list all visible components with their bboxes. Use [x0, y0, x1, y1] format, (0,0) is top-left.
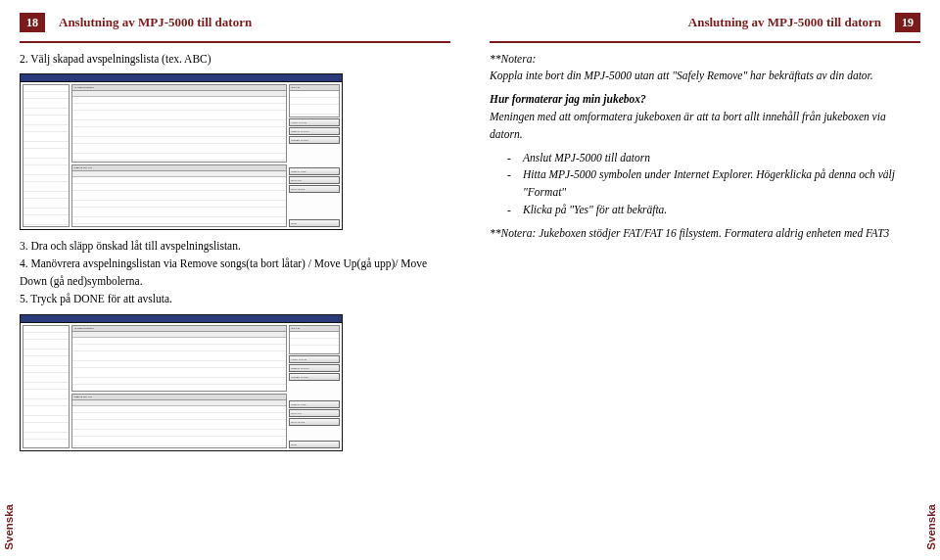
format-answer: Meningen med att omformatera jukeboxen ä… — [490, 109, 920, 144]
step-2: 2. Välj skapad avspelningslista (tex. AB… — [20, 51, 450, 69]
side-tab-left: Svenska — [3, 504, 15, 550]
done-button[interactable]: Done — [289, 219, 340, 227]
remove-song-button[interactable]: Remove song — [289, 400, 340, 408]
create-playlist-button[interactable]: Create Playlist — [289, 118, 340, 126]
songs-in-playlist-grid: Songs in Play List — [71, 164, 287, 227]
move-down-button[interactable]: Move Down — [289, 418, 340, 426]
playlist-screenshot-1: All song in Jukebox Songs in Play List P… — [20, 73, 343, 230]
songs-in-playlist-grid: Songs in Play List — [71, 394, 287, 447]
remove-playlist-button[interactable]: Remove Playlist — [289, 127, 340, 135]
move-up-button[interactable]: Move Up — [289, 176, 340, 184]
rename-playlist-button[interactable]: Rename Playlist — [289, 373, 340, 381]
side-tab-right: Svenska — [925, 504, 937, 550]
all-songs-grid: All song in Jukebox — [71, 84, 287, 163]
left-content: 2. Välj skapad avspelningslista (tex. AB… — [0, 51, 470, 451]
window-titlebar — [20, 73, 343, 82]
note-2: **Notera: Jukeboxen stödjer FAT/FAT 16 f… — [490, 225, 920, 243]
format-step-1: Anslut MPJ-5000 till datorn — [507, 150, 920, 167]
page-number-left: 18 — [20, 13, 45, 32]
format-step-3: Klicka på "Yes" för att bekräfta. — [507, 202, 920, 219]
create-playlist-button[interactable]: Create Playlist — [289, 355, 340, 363]
format-steps: Anslut MPJ-5000 till datorn Hitta MPJ-50… — [490, 150, 920, 219]
step-4: 4. Manövrera avspelningslistan via Remov… — [20, 256, 450, 291]
header-title-left: Anslutning av MPJ-5000 till datorn — [59, 15, 252, 30]
format-step-2: Hitta MPJ-5000 symbolen under Internet E… — [507, 166, 920, 202]
left-page: 18 Anslutning av MPJ-5000 till datorn 2.… — [0, 0, 470, 560]
header-rule — [490, 41, 920, 43]
header-title-right: Anslutning av MPJ-5000 till datorn — [688, 15, 881, 30]
playlists-pane — [23, 84, 70, 227]
format-question: Hur formaterar jag min jukebox? — [490, 91, 920, 109]
note-heading: **Notera: — [490, 51, 920, 69]
header-rule — [20, 41, 450, 43]
move-down-button[interactable]: Move Down — [289, 185, 340, 193]
step-3: 3. Dra och släpp önskad låt till avspeln… — [20, 238, 450, 256]
all-songs-grid: All song in Jukebox — [71, 325, 287, 393]
right-content: **Notera: Koppla inte bort din MPJ-5000 … — [470, 51, 940, 243]
window-titlebar — [20, 314, 343, 323]
rename-playlist-button[interactable]: Rename Playlist — [289, 136, 340, 144]
note-body: Koppla inte bort din MPJ-5000 utan att "… — [490, 68, 920, 85]
remove-playlist-button[interactable]: Remove Playlist — [289, 364, 340, 372]
step-5: 5. Tryck på DONE för att avsluta. — [20, 291, 450, 308]
playlist-screenshot-2: All song in Jukebox Songs in Play List P… — [20, 314, 343, 451]
left-header: 18 Anslutning av MPJ-5000 till datorn — [20, 12, 450, 33]
playlists-pane — [23, 325, 70, 448]
move-up-button[interactable]: Move Up — [289, 409, 340, 417]
right-page: Anslutning av MPJ-5000 till datorn 19 **… — [470, 0, 940, 560]
right-header: Anslutning av MPJ-5000 till datorn 19 — [490, 12, 920, 33]
page-number-right: 19 — [895, 13, 920, 32]
remove-song-button[interactable]: Remove song — [289, 167, 340, 175]
done-button[interactable]: Done — [289, 441, 340, 448]
